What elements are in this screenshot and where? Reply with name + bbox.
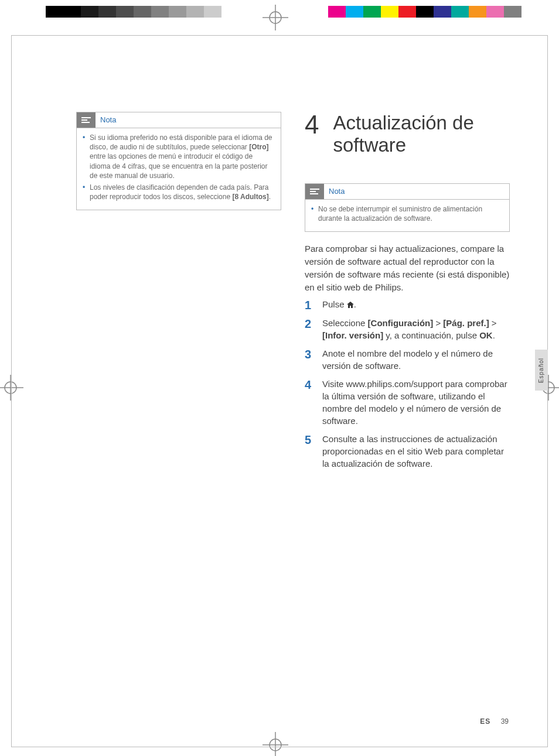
language-tab-label: Español (538, 357, 545, 382)
note-icon (305, 184, 324, 199)
chapter-heading: 4 Actualización de software (305, 112, 510, 156)
note-item: Los niveles de clasificación dependen de… (83, 183, 275, 201)
step-item: Pulse . (305, 298, 510, 311)
note-box: Nota No se debe interrumpir el suministr… (305, 183, 510, 232)
step-item: Seleccione [Configuración] > [Pág. pref.… (305, 317, 510, 341)
footer-page-number: 39 (501, 717, 509, 726)
footer-lang: ES (480, 717, 490, 726)
left-column: Nota Si su idioma preferido no está disp… (76, 112, 281, 476)
home-icon (347, 299, 354, 311)
language-tab: Español (535, 350, 548, 391)
note-box: Nota Si su idioma preferido no está disp… (76, 112, 281, 210)
registration-mark-icon (263, 5, 288, 30)
chapter-number: 4 (305, 112, 319, 156)
step-item: Anote el nombre del modelo y el número d… (305, 347, 510, 372)
note-header: Nota (305, 184, 509, 199)
note-header: Nota (77, 112, 281, 128)
print-color-bar-greyscale (46, 6, 239, 18)
step-item: Visite www.philips.com/support para comp… (305, 378, 510, 427)
note-title: Nota (100, 115, 116, 125)
page-frame: Nota Si su idioma preferido no está disp… (11, 35, 548, 747)
note-body: No se debe interrumpir el suministro de … (305, 199, 509, 231)
note-title: Nota (329, 186, 345, 197)
right-column: 4 Actualización de software Nota No se d… (305, 112, 510, 476)
steps-list: Pulse . Seleccione [Configuración] > [Pá… (305, 298, 510, 470)
note-item: No se debe interrumpir el suministro de … (311, 204, 503, 223)
note-icon (77, 112, 96, 128)
chapter-title: Actualización de software (333, 112, 510, 156)
page-footer: ES 39 (480, 717, 509, 726)
note-item: Si su idioma preferido no está disponibl… (83, 133, 275, 180)
step-item: Consulte a las instrucciones de actualiz… (305, 433, 510, 470)
note-body: Si su idioma preferido no está disponibl… (77, 128, 281, 210)
intro-paragraph: Para comprobar si hay actualizaciones, c… (305, 242, 510, 293)
print-color-bar-process (328, 6, 521, 18)
